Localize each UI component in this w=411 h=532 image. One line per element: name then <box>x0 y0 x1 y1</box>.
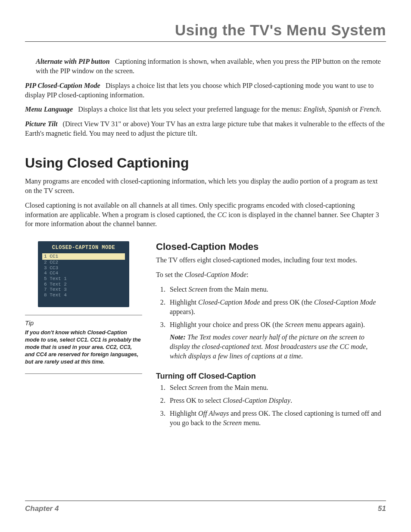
footer-page-number: 51 <box>378 504 386 513</box>
chapter-title: Using the TV's Menu System <box>25 22 386 39</box>
section-heading-closed-captioning: Using Closed Captioning <box>25 155 386 171</box>
subheading-cc-modes: Closed-Caption Modes <box>156 241 386 252</box>
def-term: Picture Tilt <box>25 120 57 128</box>
subheading-turn-off-cc: Turning off Closed-Caption <box>156 372 386 381</box>
sidebar: CLOSED-CAPTION MODE 1 CC1 2 CC2 3 CC3 4 … <box>25 241 142 378</box>
step: Select Screen from the Main menu. <box>167 383 386 393</box>
def-term: Menu Language <box>25 106 73 113</box>
note-label: Note: <box>170 333 186 341</box>
footer: Chapter 4 51 <box>25 501 386 513</box>
closed-caption-mode-panel: CLOSED-CAPTION MODE 1 CC1 2 CC2 3 CC3 4 … <box>38 241 129 307</box>
def-picture-tilt: Picture Tilt (Direct View TV 31" or abov… <box>25 120 386 139</box>
section-paragraph: Closed captioning is not available on al… <box>25 201 386 230</box>
footer-chapter: Chapter 4 <box>25 504 59 513</box>
step: Highlight Closed-Caption Mode and press … <box>167 298 386 317</box>
cc-icon-label: CC <box>218 211 227 219</box>
cc-row: 7 Text 3 <box>42 287 125 292</box>
note-text: The Text modes cover nearly half of the … <box>170 333 367 360</box>
def-term: Alternate with PIP button <box>36 58 110 65</box>
note: Note: The Text modes cover nearly half o… <box>170 333 386 361</box>
sidebar-rule <box>25 373 142 374</box>
modes-intro: The TV offers eight closed-captioned mod… <box>156 256 386 265</box>
cc-row: 8 Text 4 <box>42 292 125 298</box>
modes-set: To set the Closed-Caption Mode: <box>156 271 386 280</box>
main-column: Closed-Caption Modes The TV offers eight… <box>156 241 386 431</box>
lang-english: English <box>303 106 324 113</box>
step: Select Screen from the Main menu. <box>167 285 386 295</box>
modes-steps: Select Screen from the Main menu. Highli… <box>156 285 386 330</box>
def-text: (Direct View TV 31" or above) Your TV ha… <box>25 120 385 137</box>
def-alternate-pip: Alternate with PIP button Captioning inf… <box>36 57 386 76</box>
tip-text: If you don't know which Closed-Caption m… <box>25 329 142 365</box>
def-term: PIP Closed-Caption Mode <box>25 82 100 90</box>
section-paragraph: Many programs are encoded with closed-ca… <box>25 177 386 196</box>
cc-row: 4 CC4 <box>42 271 125 276</box>
title-rule <box>25 41 386 42</box>
cc-row: 3 CC3 <box>42 265 125 271</box>
cc-row: 5 Text 1 <box>42 276 125 282</box>
cc-row: 6 Text 2 <box>42 282 125 287</box>
turnoff-steps: Select Screen from the Main menu. Press … <box>156 383 386 428</box>
cc-row: 2 CC2 <box>42 260 125 265</box>
def-menu-language: Menu Language Displays a choice list tha… <box>25 105 386 115</box>
tip-label: Tip <box>25 320 142 327</box>
step: Press OK to select Closed-Caption Displa… <box>167 396 386 406</box>
cc-row-selected: 1 CC1 <box>42 253 125 260</box>
def-text-pre: Displays a choice list that lets you sel… <box>78 106 303 113</box>
step: Highlight your choice and press OK (the … <box>167 320 386 330</box>
def-pip-cc: PIP Closed-Caption Mode Displays a choic… <box>25 81 386 100</box>
lang-spanish: Spanish <box>328 106 350 113</box>
lang-french: French <box>360 106 380 113</box>
footer-rule <box>25 501 386 501</box>
cc-panel-title: CLOSED-CAPTION MODE <box>42 245 125 251</box>
sidebar-rule <box>25 315 142 315</box>
step: Highlight Off Always and press OK. The c… <box>167 409 386 428</box>
